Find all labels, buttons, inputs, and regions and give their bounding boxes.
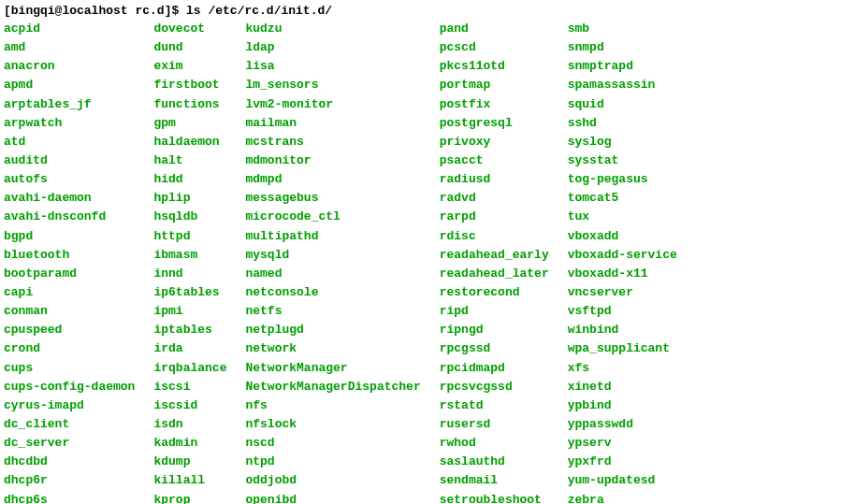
- list-item: rdisc: [440, 227, 549, 246]
- list-item: capi: [4, 283, 135, 302]
- list-item: tog-pegasus: [568, 170, 677, 189]
- list-item: yppasswdd: [568, 415, 677, 434]
- list-item: dovecot: [153, 20, 226, 38]
- list-item: privoxy: [440, 133, 549, 151]
- list-item: mailman: [245, 114, 420, 133]
- list-item: lisa: [245, 57, 420, 76]
- list-item: acpid: [4, 20, 135, 38]
- list-item: haldaemon: [153, 133, 226, 151]
- list-item: dhcp6r: [4, 471, 135, 490]
- list-item: apmd: [4, 76, 135, 94]
- list-item: ripngd: [440, 321, 549, 339]
- list-item: hidd: [153, 170, 226, 189]
- list-item: rpcidmapd: [440, 359, 549, 378]
- list-item: gpm: [153, 114, 226, 133]
- list-item: kadmin: [153, 434, 226, 453]
- list-item: wpa_supplicant: [568, 339, 677, 358]
- list-item: xfs: [568, 359, 677, 378]
- list-item: NetworkManager: [245, 359, 420, 378]
- list-item: rstatd: [440, 396, 549, 415]
- list-item: oddjobd: [245, 471, 420, 490]
- list-item: mdmonitor: [245, 151, 420, 170]
- list-item: bluetooth: [4, 246, 135, 265]
- list-item: bgpd: [4, 227, 135, 246]
- list-item: smb: [568, 20, 677, 38]
- list-item: nscd: [245, 434, 420, 453]
- listing-col-2: kudzu ldap lisa lm_sensors lvm2-monitor …: [245, 20, 439, 504]
- list-item: ripd: [440, 302, 549, 321]
- list-item: portmap: [440, 76, 549, 94]
- list-item: kudzu: [245, 20, 420, 38]
- list-item: rarpd: [440, 208, 549, 226]
- list-item: ibmasm: [153, 246, 226, 265]
- list-item: netconsole: [245, 283, 420, 302]
- list-item: ip6tables: [153, 283, 226, 302]
- list-item: mdmpd: [245, 170, 420, 189]
- list-item: dhcdbd: [4, 453, 135, 471]
- list-item: nfs: [245, 396, 420, 415]
- list-item: rpcgssd: [440, 339, 549, 358]
- list-item: tomcat5: [568, 189, 677, 208]
- list-item: avahi-daemon: [4, 189, 135, 208]
- list-item: anacron: [4, 57, 135, 76]
- list-item: dc_server: [4, 434, 135, 453]
- list-item: postgresql: [440, 114, 549, 133]
- list-item: cpuspeed: [4, 321, 135, 339]
- list-item: hplip: [153, 189, 226, 208]
- list-item: network: [245, 339, 420, 358]
- list-item: crond: [4, 339, 135, 358]
- list-item: arpwatch: [4, 114, 135, 133]
- list-item: rpcsvcgssd: [440, 378, 549, 396]
- list-item: psacct: [440, 151, 549, 170]
- list-item: netfs: [245, 302, 420, 321]
- list-item: yum-updatesd: [568, 471, 677, 490]
- list-item: atd: [4, 133, 135, 151]
- directory-listing: acpid amd anacron apmd arptables_jf arpw…: [4, 20, 851, 504]
- list-item: functions: [153, 95, 226, 114]
- list-item: sshd: [568, 114, 677, 133]
- list-item: spamassassin: [568, 76, 677, 94]
- list-item: squid: [568, 95, 677, 114]
- list-item: pand: [440, 20, 549, 38]
- list-item: halt: [153, 151, 226, 170]
- list-item: openibd: [245, 491, 420, 504]
- list-item: postfix: [440, 95, 549, 114]
- list-item: zebra: [568, 491, 677, 504]
- list-item: lvm2-monitor: [245, 95, 420, 114]
- list-item: httpd: [153, 227, 226, 246]
- list-item: ntpd: [245, 453, 420, 471]
- list-item: xinetd: [568, 378, 677, 396]
- list-item: iscsid: [153, 396, 226, 415]
- list-item: avahi-dnsconfd: [4, 208, 135, 226]
- list-item: mysqld: [245, 246, 420, 265]
- list-item: nfslock: [245, 415, 420, 434]
- list-item: cups-config-daemon: [4, 378, 135, 396]
- list-item: ypserv: [568, 434, 677, 453]
- list-item: setroubleshoot: [440, 491, 549, 504]
- listing-col-0: acpid amd anacron apmd arptables_jf arpw…: [4, 20, 153, 504]
- list-item: restorecond: [440, 283, 549, 302]
- list-item: vncserver: [568, 283, 677, 302]
- list-item: hsqldb: [153, 208, 226, 226]
- list-item: isdn: [153, 415, 226, 434]
- list-item: irda: [153, 339, 226, 358]
- list-item: cyrus-imapd: [4, 396, 135, 415]
- list-item: ipmi: [153, 302, 226, 321]
- list-item: readahead_later: [440, 265, 549, 283]
- list-item: bootparamd: [4, 265, 135, 283]
- list-item: ypbind: [568, 396, 677, 415]
- list-item: kprop: [153, 491, 226, 504]
- list-item: exim: [153, 57, 226, 76]
- list-item: kdump: [153, 453, 226, 471]
- list-item: netplugd: [245, 321, 420, 339]
- list-item: iptables: [153, 321, 226, 339]
- list-item: firstboot: [153, 76, 226, 94]
- list-item: sendmail: [440, 471, 549, 490]
- list-item: vboxadd-service: [568, 246, 677, 265]
- list-item: auditd: [4, 151, 135, 170]
- listing-col-1: dovecot dund exim firstboot functions gp…: [153, 20, 245, 504]
- list-item: dund: [153, 38, 226, 57]
- listing-col-4: smb snmpd snmptrapd spamassassin squid s…: [568, 20, 696, 504]
- list-item: lm_sensors: [245, 76, 420, 94]
- list-item: autofs: [4, 170, 135, 189]
